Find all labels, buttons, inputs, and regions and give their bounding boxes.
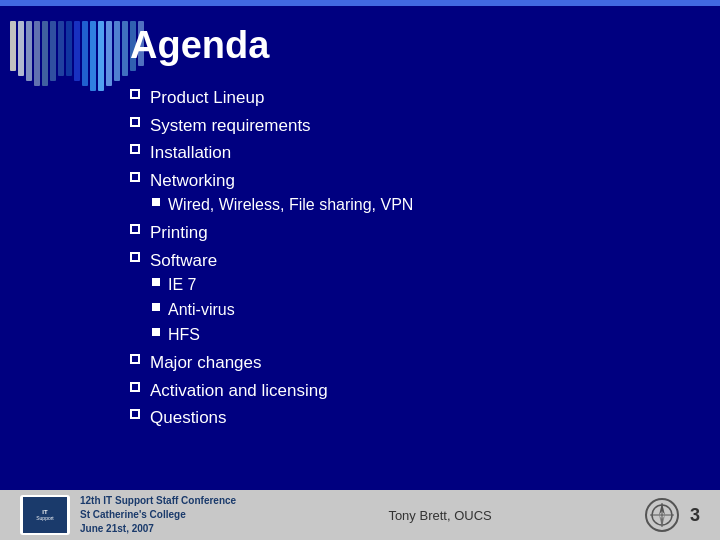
decorative-stripe: [66, 21, 72, 76]
list-item: Product Lineup: [130, 85, 690, 111]
bullet-icon: [130, 172, 140, 182]
list-item: Questions: [130, 405, 690, 431]
item-label: System requirements: [150, 113, 311, 139]
list-item: Networking Wired, Wireless, File sharing…: [130, 168, 690, 219]
sub-item-label: Anti-virus: [168, 298, 235, 322]
compass-icon: [644, 497, 680, 533]
item-label: Product Lineup: [150, 85, 264, 111]
list-item: System requirements: [130, 113, 690, 139]
sub-list: Wired, Wireless, File sharing, VPN: [152, 193, 413, 218]
sub-list-item: Wired, Wireless, File sharing, VPN: [152, 193, 413, 217]
sub-item-label: Wired, Wireless, File sharing, VPN: [168, 193, 413, 217]
bullet-icon: [130, 144, 140, 154]
sub-item-label: IE 7: [168, 273, 196, 297]
list-item: Software IE 7 Anti-virus H: [130, 248, 690, 349]
bullet-icon: [130, 117, 140, 127]
sub-item-label: HFS: [168, 323, 200, 347]
sub-list-item: Anti-virus: [152, 298, 235, 322]
decorative-stripe: [58, 21, 64, 76]
item-label: Networking: [150, 168, 235, 194]
conference-line1: 12th IT Support Staff Conference: [80, 494, 236, 508]
decorative-stripe: [26, 21, 32, 81]
agenda-list: Product Lineup System requirements Insta…: [130, 85, 690, 433]
decorative-stripe: [74, 21, 80, 81]
footer: IT Support 12th IT Support Staff Confere…: [0, 490, 720, 540]
sub-bullet-icon: [152, 198, 160, 206]
decorative-stripe: [90, 21, 96, 91]
item-label: Installation: [150, 140, 231, 166]
conference-line3: June 21st, 2007: [80, 522, 236, 536]
decorative-stripe: [18, 21, 24, 76]
bullet-icon: [130, 252, 140, 262]
list-item: Major changes: [130, 350, 690, 376]
bullet-icon: [130, 409, 140, 419]
sub-list-item: IE 7: [152, 273, 235, 297]
list-item: Activation and licensing: [130, 378, 690, 404]
item-label: Questions: [150, 405, 227, 431]
item-label: Software: [150, 248, 217, 274]
item-label: Printing: [150, 220, 208, 246]
presenter-name: Tony Brett, OUCS: [388, 508, 491, 523]
footer-right: 3: [644, 497, 700, 533]
sub-bullet-icon: [152, 278, 160, 286]
conference-logo: IT Support: [20, 495, 70, 535]
conference-text: 12th IT Support Staff Conference St Cath…: [80, 494, 236, 536]
item-label: Activation and licensing: [150, 378, 328, 404]
list-item: Installation: [130, 140, 690, 166]
decorative-stripe: [50, 21, 56, 81]
sub-bullet-icon: [152, 328, 160, 336]
conference-line2: St Catherine's College: [80, 508, 236, 522]
footer-left: IT Support 12th IT Support Staff Confere…: [20, 494, 236, 536]
left-sidebar: [0, 6, 120, 490]
sub-bullet-icon: [152, 303, 160, 311]
decorative-stripe: [82, 21, 88, 86]
main-body: Agenda Product Lineup System requirement…: [120, 6, 720, 490]
decorative-stripe: [106, 21, 112, 86]
decorative-stripe: [98, 21, 104, 91]
bullet-icon: [130, 89, 140, 99]
slide-title: Agenda: [130, 24, 690, 67]
decorative-stripe: [10, 21, 16, 71]
sub-list-item: HFS: [152, 323, 235, 347]
bullet-icon: [130, 224, 140, 234]
decorative-stripe: [42, 21, 48, 86]
decorative-stripe: [34, 21, 40, 86]
page-number: 3: [690, 505, 700, 526]
item-label: Major changes: [150, 350, 262, 376]
sub-list: IE 7 Anti-virus HFS: [152, 273, 235, 348]
list-item: Printing: [130, 220, 690, 246]
content-area: Agenda Product Lineup System requirement…: [0, 6, 720, 490]
slide: Agenda Product Lineup System requirement…: [0, 0, 720, 540]
footer-presenter: Tony Brett, OUCS: [388, 508, 491, 523]
bullet-icon: [130, 382, 140, 392]
logo-inner: IT Support: [23, 497, 67, 533]
bullet-icon: [130, 354, 140, 364]
